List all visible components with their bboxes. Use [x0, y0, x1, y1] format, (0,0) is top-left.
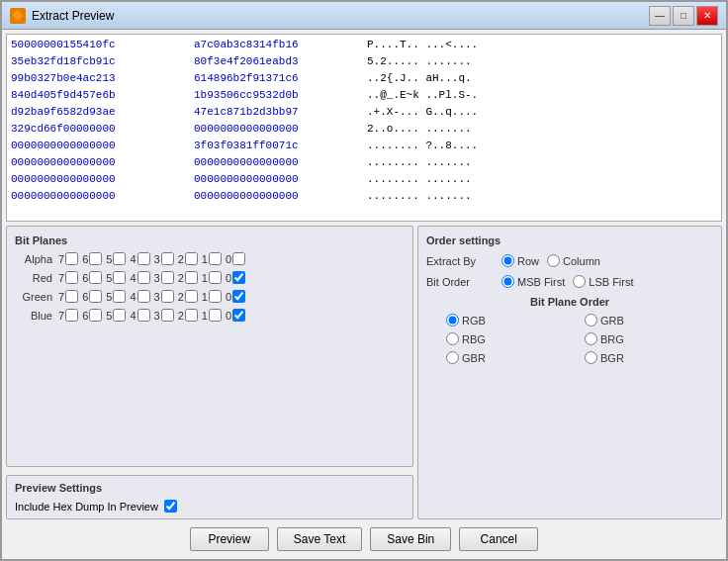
- bp-bit-checkbox-green-7[interactable]: [65, 290, 78, 303]
- lsb-first-radio[interactable]: [573, 275, 586, 288]
- bp-bit-checkbox-blue-0[interactable]: [232, 309, 245, 322]
- maximize-button[interactable]: □: [673, 6, 694, 26]
- window-title: Extract Preview: [32, 9, 114, 23]
- include-hex-dump-checkbox[interactable]: [164, 500, 177, 513]
- bp-bit-checkbox-blue-4[interactable]: [137, 309, 150, 322]
- lsb-first-label: LSB First: [589, 276, 633, 288]
- bp-bit-checkbox-blue-3[interactable]: [161, 309, 174, 322]
- hex-bytes: 0000000000000000: [194, 188, 367, 205]
- bp-bit-checkbox-blue-2[interactable]: [185, 309, 198, 322]
- preview-button[interactable]: Preview: [190, 527, 269, 551]
- bpo-gbr-option: GBR: [446, 351, 575, 364]
- bp-bit-label-alpha-4: 4: [130, 253, 136, 265]
- bpo-rgb-radio[interactable]: [446, 314, 459, 327]
- bp-cb-blue-0: 0: [226, 309, 245, 322]
- extract-by-row-radio[interactable]: [501, 254, 514, 267]
- footer: Preview Save Text Save Bin Cancel: [6, 519, 722, 555]
- bp-bit-checkbox-alpha-1[interactable]: [209, 252, 222, 265]
- bpo-grb-label: GRB: [600, 315, 624, 327]
- bp-bit-checkbox-red-4[interactable]: [137, 271, 150, 284]
- bp-bit-label-alpha-6: 6: [82, 253, 88, 265]
- hex-addr: 50000000155410fc: [11, 37, 194, 53]
- bp-bit-checkbox-blue-1[interactable]: [209, 309, 222, 322]
- bp-bit-label-green-0: 0: [226, 291, 231, 303]
- bp-bit-checkbox-green-4[interactable]: [137, 290, 150, 303]
- hex-line: 35eb32fd18fcb91c 80f3e4f2061eabd3 5.2...…: [11, 53, 717, 70]
- msb-first-radio[interactable]: [501, 275, 514, 288]
- title-bar-left: 🔶 Extract Preview: [10, 8, 114, 24]
- bp-cb-blue-4: 4: [130, 309, 149, 322]
- bp-bit-label-alpha-1: 1: [202, 253, 208, 265]
- hex-line: 99b0327b0e4ac213 614896b2f91371c6 ..2{.J…: [11, 70, 717, 87]
- bp-bit-checkbox-red-1[interactable]: [209, 271, 222, 284]
- bpo-brg-label: BRG: [600, 333, 624, 345]
- hex-preview-area[interactable]: 50000000155410fc a7c0ab3c8314fb16 P....T…: [6, 34, 722, 222]
- bp-bit-checkbox-red-2[interactable]: [185, 271, 198, 284]
- hex-line: 329cd66f00000000 0000000000000000 2..o..…: [11, 121, 717, 138]
- bp-bit-checkbox-alpha-5[interactable]: [113, 252, 126, 265]
- bp-bit-checkbox-blue-5[interactable]: [113, 309, 126, 322]
- bp-bit-checkbox-red-6[interactable]: [89, 271, 102, 284]
- bp-bit-checkbox-alpha-4[interactable]: [137, 252, 150, 265]
- bpo-gbr-radio[interactable]: [446, 351, 459, 364]
- bp-bit-checkbox-green-0[interactable]: [232, 290, 245, 303]
- hex-bytes: a7c0ab3c8314fb16: [194, 37, 367, 53]
- bit-order-label: Bit Order: [426, 276, 496, 288]
- bp-bit-checkbox-green-6[interactable]: [89, 290, 102, 303]
- bp-row-blue: Blue76543210: [15, 309, 405, 322]
- bp-cb-blue-3: 3: [154, 309, 174, 322]
- hex-bytes: 47e1c871b2d3bb97: [194, 104, 367, 121]
- bp-bit-checkbox-blue-6[interactable]: [89, 309, 102, 322]
- bpo-rbg-radio[interactable]: [446, 332, 459, 345]
- hex-addr: 0000000000000000: [11, 171, 194, 188]
- bp-bit-checkbox-green-1[interactable]: [209, 290, 222, 303]
- bpo-grb-option: GRB: [585, 314, 713, 327]
- bp-bit-checkbox-green-2[interactable]: [185, 290, 198, 303]
- bp-bit-label-alpha-5: 5: [106, 253, 112, 265]
- bp-bit-checkbox-alpha-2[interactable]: [185, 252, 198, 265]
- bp-bit-checkbox-green-5[interactable]: [113, 290, 126, 303]
- hex-addr: 99b0327b0e4ac213: [11, 70, 194, 87]
- lower-area: Bit Planes Alpha76543210Red76543210Green…: [6, 226, 722, 519]
- bp-bit-label-red-6: 6: [82, 272, 88, 284]
- bp-cb-red-6: 6: [82, 271, 102, 284]
- bp-bit-label-blue-5: 5: [106, 310, 112, 322]
- extract-by-column-radio[interactable]: [547, 254, 560, 267]
- close-button[interactable]: ✕: [696, 6, 718, 26]
- left-column: Bit Planes Alpha76543210Red76543210Green…: [6, 226, 413, 519]
- bp-bit-checkbox-red-0[interactable]: [232, 271, 245, 284]
- bp-bit-checkbox-red-3[interactable]: [161, 271, 174, 284]
- bpo-grb-radio[interactable]: [585, 314, 597, 327]
- bp-bit-checkbox-alpha-3[interactable]: [161, 252, 174, 265]
- extract-by-column-option: Column: [547, 254, 600, 267]
- bp-bit-checkbox-blue-7[interactable]: [65, 309, 78, 322]
- bp-bit-checkbox-alpha-7[interactable]: [65, 252, 78, 265]
- bpo-brg-radio[interactable]: [585, 332, 597, 345]
- bp-bit-label-green-1: 1: [202, 291, 208, 303]
- bp-cb-red-4: 4: [130, 271, 149, 284]
- bp-bit-label-red-1: 1: [202, 272, 208, 284]
- bit-planes-title: Bit Planes: [15, 234, 405, 246]
- bp-bit-checkbox-green-3[interactable]: [161, 290, 174, 303]
- bp-cb-alpha-6: 6: [82, 252, 102, 265]
- save-text-button[interactable]: Save Text: [277, 527, 362, 551]
- bp-cb-alpha-1: 1: [202, 252, 222, 265]
- hex-line: 840d405f9d457e6b 1b93506cc9532d0b ..@_.E…: [11, 87, 717, 104]
- bp-bit-label-red-2: 2: [178, 272, 184, 284]
- bp-cb-red-1: 1: [202, 271, 222, 284]
- save-bin-button[interactable]: Save Bin: [370, 527, 451, 551]
- minimize-button[interactable]: —: [649, 6, 671, 26]
- bp-bit-checkbox-alpha-0[interactable]: [232, 252, 245, 265]
- hex-ascii: .+.X-... G..q....: [367, 104, 478, 121]
- hex-bytes: 1b93506cc9532d0b: [194, 87, 367, 104]
- bp-bit-checkbox-alpha-6[interactable]: [89, 252, 102, 265]
- extract-by-row: Extract By Row Column: [426, 254, 713, 267]
- bp-bit-checkbox-red-5[interactable]: [113, 271, 126, 284]
- window-controls: — □ ✕: [649, 6, 718, 26]
- hex-ascii: ........ .......: [367, 154, 472, 171]
- bpo-bgr-radio[interactable]: [585, 351, 597, 364]
- cancel-button[interactable]: Cancel: [459, 527, 538, 551]
- bp-bit-checkbox-red-7[interactable]: [65, 271, 78, 284]
- bp-row-red: Red76543210: [15, 271, 405, 284]
- bp-bit-label-blue-1: 1: [202, 310, 208, 322]
